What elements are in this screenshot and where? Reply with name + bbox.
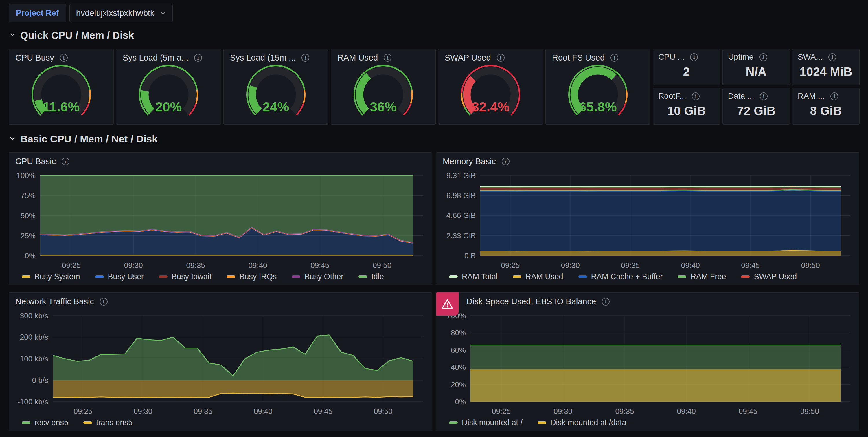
info-icon[interactable] <box>760 92 768 100</box>
info-icon[interactable] <box>830 92 838 100</box>
info-icon[interactable] <box>502 157 509 165</box>
disk-space-chart[interactable]: 0%20%40%60%80%100%09:2509:3009:3509:4009… <box>436 308 859 417</box>
info-icon[interactable] <box>828 53 836 61</box>
section-header-basic[interactable]: Basic CPU / Mem / Net / Disk <box>9 132 859 146</box>
panel-root-fs-used: Root FS Used 65.8% <box>546 49 650 124</box>
chart-legend: Busy SystemBusy UserBusy IowaitBusy IRQs… <box>9 271 432 285</box>
panel-header[interactable]: CPU Busy <box>9 49 114 64</box>
panel-header[interactable]: Disk Space Used, EBS IO Balance <box>436 293 859 308</box>
legend-item[interactable]: SWAP Used <box>741 272 797 281</box>
info-icon[interactable] <box>690 53 698 61</box>
legend-swatch <box>359 275 367 278</box>
legend-item[interactable]: Busy IRQs <box>226 272 277 281</box>
legend-item[interactable]: RAM Total <box>449 272 498 281</box>
info-icon[interactable] <box>497 54 505 62</box>
section-title: Basic CPU / Mem / Net / Disk <box>20 133 158 145</box>
x-axis-label: 09:50 <box>374 407 393 415</box>
warning-triangle-icon <box>441 298 454 310</box>
panel-uptime: Uptime N/A <box>722 49 790 85</box>
cpu-basic-chart[interactable]: 0%25%50%75%100%09:2509:3009:3509:4009:45… <box>9 167 432 271</box>
legend-swatch <box>449 421 458 424</box>
info-icon[interactable] <box>692 92 700 100</box>
legend-item[interactable]: RAM Free <box>678 272 726 281</box>
panel-sys-load-5m: Sys Load (5m a... 20% <box>116 49 221 124</box>
info-icon[interactable] <box>62 157 69 165</box>
chart-legend: Disk mounted at /Disk mounted at /data <box>436 417 859 431</box>
legend-item[interactable]: Busy Other <box>292 272 343 281</box>
legend-item[interactable]: Busy System <box>22 272 80 281</box>
info-icon[interactable] <box>100 298 107 305</box>
legend-swatch <box>292 275 300 278</box>
x-axis-label: 09:25 <box>492 407 511 415</box>
x-axis-label: 09:30 <box>554 407 572 415</box>
project-ref-label-text: Project Ref <box>16 8 59 18</box>
legend-item[interactable]: trans ens5 <box>83 418 132 427</box>
panel-title: CPU Basic <box>16 157 56 166</box>
panel-header[interactable]: CPU ... <box>653 49 720 62</box>
panel-header[interactable]: Data ... <box>723 88 789 101</box>
panel-header[interactable]: Memory Basic <box>436 153 859 167</box>
panel-header[interactable]: SWAP Used <box>438 49 543 64</box>
y-axis-label: 300 kb/s <box>20 311 48 320</box>
panel-swap-used: SWAP Used 32.4% <box>438 49 543 124</box>
info-icon[interactable] <box>611 54 618 62</box>
panel-header[interactable]: Sys Load (5m a... <box>116 49 221 64</box>
panel-header[interactable]: Root FS Used <box>546 49 650 64</box>
legend-item[interactable]: Disk mounted at /data <box>537 418 626 427</box>
network-traffic-chart[interactable]: -100 kb/s0 b/s100 kb/s200 kb/s300 kb/s09… <box>9 308 432 417</box>
legend-item[interactable]: Busy User <box>95 272 144 281</box>
x-axis-label: 09:40 <box>248 261 267 270</box>
legend-swatch <box>449 275 458 278</box>
panel-header[interactable]: Network Traffic Basic <box>9 293 432 308</box>
memory-basic-chart[interactable]: 0 B2.33 GiB4.66 GiB6.98 GiB9.31 GiB09:25… <box>436 167 859 271</box>
legend-item[interactable]: recv ens5 <box>22 418 68 427</box>
legend-item[interactable]: Idle <box>359 272 384 281</box>
info-icon[interactable] <box>60 54 68 62</box>
legend-item[interactable]: Disk mounted at / <box>449 418 523 427</box>
x-axis-label: 09:30 <box>561 261 580 270</box>
project-ref-dropdown[interactable]: hvdelujxlxstpxkhwbtk <box>69 4 173 22</box>
panel-title: CPU Busy <box>16 53 54 63</box>
info-icon[interactable] <box>302 54 309 62</box>
legend-item[interactable]: RAM Used <box>513 272 563 281</box>
alert-warning-badge[interactable] <box>436 292 459 316</box>
panel-disk-space-ebs-io: Disk Space Used, EBS IO Balance 0%20%40%… <box>436 292 859 431</box>
legend-item[interactable]: Busy Iowait <box>159 272 212 281</box>
panel-data-disk-total: Data ... 72 GiB <box>722 88 790 124</box>
y-axis-label: 9.31 GiB <box>446 171 476 180</box>
panel-title: Sys Load (15m ... <box>230 53 296 63</box>
panel-header[interactable]: CPU Basic <box>9 153 432 167</box>
info-icon[interactable] <box>384 54 392 62</box>
panel-header[interactable]: RAM ... <box>793 88 859 101</box>
y-axis-label: 75% <box>21 191 36 200</box>
panel-memory-basic: Memory Basic 0 B2.33 GiB4.66 GiB6.98 GiB… <box>436 152 859 285</box>
legend-swatch <box>513 275 521 278</box>
charts-row-1: CPU Basic 0%25%50%75%100%09:2509:3009:35… <box>9 152 859 285</box>
panel-cpu-cores: CPU ... 2 <box>653 49 720 85</box>
panel-header[interactable]: Sys Load (15m ... <box>224 49 328 64</box>
panel-title: Root FS Used <box>552 53 605 63</box>
chart-svg: 0 B2.33 GiB4.66 GiB6.98 GiB9.31 GiB09:25… <box>436 167 859 271</box>
x-axis-label: 09:50 <box>800 407 819 415</box>
x-axis-label: 09:45 <box>739 407 757 415</box>
y-axis-label: 0 B <box>464 251 476 260</box>
info-icon[interactable] <box>760 53 767 61</box>
info-icon[interactable] <box>194 54 202 62</box>
y-axis-label: 100% <box>17 171 36 180</box>
section-header-quick[interactable]: Quick CPU / Mem / Disk <box>9 28 859 42</box>
legend-label: RAM Cache + Buffer <box>591 272 663 281</box>
y-axis-label: 4.66 GiB <box>446 211 476 220</box>
panel-header[interactable]: RootF... <box>653 88 720 101</box>
info-icon[interactable] <box>602 298 610 305</box>
panel-header[interactable]: SWA... <box>793 49 859 62</box>
panel-title: Disk Space Used, EBS IO Balance <box>466 297 596 307</box>
y-axis-label: 20% <box>451 380 466 389</box>
y-axis-label: 200 kb/s <box>20 333 48 342</box>
panel-header[interactable]: Uptime <box>723 49 789 62</box>
legend-label: Disk mounted at / <box>462 418 523 427</box>
panel-header[interactable]: RAM Used <box>331 49 435 64</box>
legend-item[interactable]: RAM Cache + Buffer <box>578 272 663 281</box>
legend-swatch <box>22 275 30 278</box>
panel-swap-total: SWA... 1024 MiB <box>792 49 860 85</box>
panel-title: Memory Basic <box>443 157 496 166</box>
